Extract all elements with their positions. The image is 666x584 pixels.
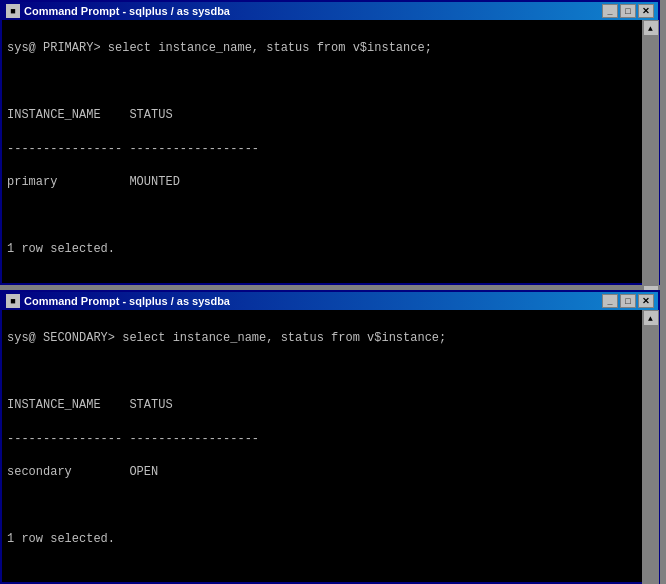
- scroll-up-primary[interactable]: ▲: [643, 20, 659, 36]
- console-line-7: 1 row selected.: [7, 241, 653, 258]
- titlebar-left-secondary: ■ Command Prompt - sqlplus / as sysdba: [6, 294, 230, 308]
- cmd-icon-secondary: ■: [6, 294, 20, 308]
- titlebar-buttons-secondary: _ □ ✕: [602, 294, 654, 308]
- titlebar-left-primary: ■ Command Prompt - sqlplus / as sysdba: [6, 4, 230, 18]
- s-line-2: [7, 363, 653, 380]
- console-line-4: ---------------- ------------------: [7, 141, 653, 158]
- console-content-primary: sys@ PRIMARY> select instance_name, stat…: [2, 20, 658, 283]
- titlebar-primary: ■ Command Prompt - sqlplus / as sysdba _…: [2, 2, 658, 20]
- console-line-5: primary MOUNTED: [7, 174, 653, 191]
- window-primary: ■ Command Prompt - sqlplus / as sysdba _…: [0, 0, 660, 285]
- console-line-6: [7, 208, 653, 225]
- console-line-8: [7, 275, 653, 283]
- window-title-secondary: Command Prompt - sqlplus / as sysdba: [24, 295, 230, 307]
- console-line-1: sys@ PRIMARY> select instance_name, stat…: [7, 40, 653, 57]
- close-button-primary[interactable]: ✕: [638, 4, 654, 18]
- titlebar-buttons-primary: _ □ ✕: [602, 4, 654, 18]
- minimize-button-secondary[interactable]: _: [602, 294, 618, 308]
- scroll-track-primary: [643, 36, 659, 285]
- maximize-button-secondary[interactable]: □: [620, 294, 636, 308]
- s-line-1: sys@ SECONDARY> select instance_name, st…: [7, 330, 653, 347]
- cmd-icon-primary: ■: [6, 4, 20, 18]
- window-secondary: ■ Command Prompt - sqlplus / as sysdba _…: [0, 290, 660, 584]
- console-line-3: INSTANCE_NAME STATUS: [7, 107, 653, 124]
- close-button-secondary[interactable]: ✕: [638, 294, 654, 308]
- titlebar-secondary: ■ Command Prompt - sqlplus / as sysdba _…: [2, 292, 658, 310]
- scrollbar-secondary[interactable]: ▲ ▼: [642, 310, 658, 584]
- scroll-track-secondary: [643, 326, 659, 584]
- s-line-8: [7, 565, 653, 582]
- maximize-button-primary[interactable]: □: [620, 4, 636, 18]
- console-content-secondary: sys@ SECONDARY> select instance_name, st…: [2, 310, 658, 582]
- scrollbar-primary[interactable]: ▲ ▼: [642, 20, 658, 301]
- s-line-7: 1 row selected.: [7, 531, 653, 548]
- s-line-5: secondary OPEN: [7, 464, 653, 481]
- s-line-4: ---------------- ------------------: [7, 431, 653, 448]
- scroll-up-secondary[interactable]: ▲: [643, 310, 659, 326]
- console-line-2: [7, 73, 653, 90]
- minimize-button-primary[interactable]: _: [602, 4, 618, 18]
- s-line-3: INSTANCE_NAME STATUS: [7, 397, 653, 414]
- window-title-primary: Command Prompt - sqlplus / as sysdba: [24, 5, 230, 17]
- s-line-6: [7, 498, 653, 515]
